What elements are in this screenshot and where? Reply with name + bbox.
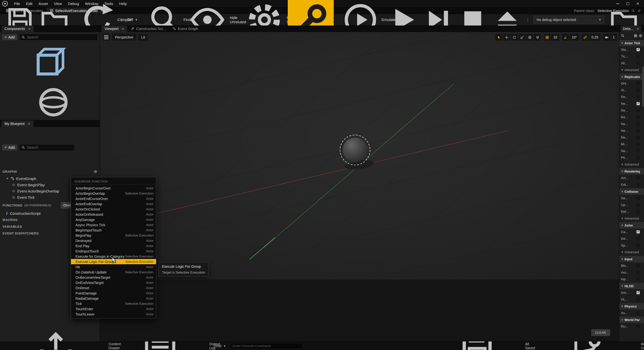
close-tab-icon[interactable]: ✕ — [28, 122, 30, 126]
property-checkbox[interactable] — [636, 115, 640, 119]
tab-my-blueprint[interactable]: My Blueprint ✕ — [2, 120, 34, 127]
search-icon[interactable] — [621, 34, 624, 38]
diff-button[interactable]: Diff ▼ — [125, 16, 140, 24]
details-settings-gear-icon[interactable] — [639, 34, 642, 38]
override-menu-item[interactable]: ActorBeginCursorOver Actor — [71, 186, 156, 191]
viewport-options-hamburger-icon[interactable] — [102, 34, 110, 41]
view-mode-lit-dropdown[interactable]: Lit — [138, 34, 148, 41]
details-row[interactable]: ▼ Incl... — [619, 289, 644, 296]
scale-snap-value[interactable]: 0.25 — [589, 34, 600, 41]
property-checkbox[interactable] — [636, 237, 640, 240]
compile-options-icon[interactable]: ⋮ — [118, 16, 124, 24]
override-menu-item[interactable]: On Datahub Update Selective Execution — [71, 270, 156, 275]
details-row[interactable]: ▼ Input — [619, 256, 644, 262]
property-checkbox[interactable] — [636, 196, 640, 200]
override-menu-item[interactable]: End Play Actor — [71, 243, 156, 248]
details-row[interactable]: ▼ Ca... — [619, 228, 644, 235]
details-row[interactable]: ▼ Re... — [619, 94, 644, 100]
details-row[interactable]: ▼ Ph... — [619, 154, 644, 161]
override-menu-item[interactable]: ActorEndCursorOver Actor — [71, 196, 156, 201]
sphere-actor[interactable] — [343, 138, 367, 162]
property-checkbox[interactable] — [636, 203, 640, 207]
details-row[interactable]: ▼ All... — [619, 60, 644, 66]
component-row-defaultsceneroot[interactable]: DefaultSceneRoot Edit in Blueprint — [0, 82, 100, 122]
details-row[interactable]: ▼ Sp... — [619, 242, 644, 249]
clear-button[interactable]: CLEAR — [591, 329, 610, 336]
select-tool-icon[interactable] — [495, 34, 502, 41]
property-checkbox[interactable] — [636, 264, 640, 268]
details-row[interactable]: ▼ Collision — [619, 188, 644, 195]
property-checkbox[interactable] — [636, 122, 640, 126]
details-row[interactable]: ▼ Ne... — [619, 107, 644, 114]
override-menu-item[interactable]: Destroyed Actor — [71, 238, 156, 243]
property-checkbox[interactable] — [636, 149, 640, 153]
chevron-down-icon[interactable]: ▼ — [6, 177, 9, 180]
property-checkbox[interactable] — [636, 298, 640, 301]
add-graph-icon[interactable]: ⊕ — [94, 170, 97, 174]
world-coordinate-icon[interactable] — [526, 34, 533, 41]
close-tab-icon[interactable]: ✕ — [636, 27, 639, 31]
details-scrollbar[interactable] — [642, 67, 644, 107]
property-checkbox[interactable] — [636, 95, 640, 99]
property-checkbox[interactable] — [636, 230, 640, 234]
property-checkbox[interactable] — [636, 48, 640, 52]
details-row[interactable]: ▼ Onl... — [619, 80, 644, 87]
override-menu-item[interactable]: TouchLeave Actor — [71, 312, 156, 317]
console-command-field[interactable] — [230, 343, 302, 349]
details-row[interactable]: ▼ Ne... — [619, 120, 644, 127]
override-menu-item[interactable]: AnyDamage Actor — [71, 217, 156, 222]
property-checkbox[interactable] — [636, 156, 640, 160]
property-checkbox[interactable] — [636, 183, 640, 186]
property-checkbox[interactable] — [636, 291, 640, 294]
rotate-tool-icon[interactable] — [511, 34, 518, 41]
details-row[interactable]: ▼ Ne... — [619, 100, 644, 107]
details-row[interactable]: ▼ Ne... — [619, 127, 644, 134]
details-row[interactable]: ▼ Up... — [619, 202, 644, 208]
add-component-button[interactable]: + Add — [2, 34, 17, 40]
details-row[interactable]: ▼ Sta... — [619, 46, 644, 53]
property-checkbox[interactable] — [636, 129, 640, 132]
property-checkbox[interactable] — [636, 176, 640, 180]
property-checkbox[interactable] — [636, 108, 640, 112]
perspective-dropdown[interactable]: Perspective — [112, 34, 136, 41]
menubar-item[interactable]: Help — [116, 0, 130, 7]
details-row[interactable]: ▼ Advanced — [619, 249, 644, 256]
close-tab-icon[interactable]: ✕ — [28, 27, 31, 31]
rotation-snap-value[interactable]: 10° — [570, 34, 579, 41]
details-row[interactable]: ▼ Advanced — [619, 66, 644, 73]
details-row[interactable]: ▼ Act... — [619, 174, 644, 181]
override-menu-item[interactable]: ActorBeginOverlap Selective Execution — [71, 191, 156, 196]
override-menu-item[interactable]: Async Physics Tick Actor — [71, 222, 156, 228]
property-checkbox[interactable] — [636, 61, 640, 65]
details-row[interactable]: ▼ Init... — [619, 235, 644, 242]
property-checkbox[interactable] — [636, 142, 640, 146]
details-row[interactable]: ▼ Ru... — [619, 323, 644, 330]
details-row[interactable]: ▼ Def... — [619, 208, 644, 215]
details-row[interactable]: ▼ Re... — [619, 114, 644, 120]
override-menu-item[interactable]: EndInputTouch Actor — [71, 248, 156, 254]
components-search[interactable] — [19, 34, 98, 40]
details-row[interactable]: ▼ Mi... — [619, 141, 644, 148]
rotation-snap-icon[interactable] — [562, 34, 569, 41]
details-row[interactable]: ▼ Tic... — [619, 53, 644, 60]
content-drawer-button[interactable]: Content Drawer — [2, 326, 109, 350]
override-menu-item[interactable]: RadialDamage Actor — [71, 296, 156, 301]
debug-object-dropdown[interactable]: No debug object selected ▼ — [533, 16, 604, 24]
camera-speed-value[interactable]: 1 — [610, 34, 617, 41]
cmd-dropdown[interactable]: Cmd ▼ — [211, 343, 228, 349]
details-row[interactable]: ▼ Ge... — [619, 195, 644, 202]
tab-components[interactable]: Components ✕ — [2, 26, 34, 32]
override-menu-item[interactable]: ActorOnReleased Actor — [71, 212, 156, 217]
my-blueprint-search-input[interactable] — [27, 146, 72, 150]
viewport-scene[interactable]: Perspective Lit 10 10° — [100, 32, 619, 280]
details-row[interactable]: ▼ Actor Tick — [619, 40, 644, 46]
details-row[interactable]: ▼ Inp... — [619, 276, 644, 282]
property-checkbox[interactable] — [636, 102, 640, 106]
tab-details[interactable]: Deta... ✕ — [621, 26, 641, 32]
component-row-self[interactable]: SelectiveExecution_Child (Self) — [0, 42, 100, 82]
property-matrix-icon[interactable] — [634, 34, 637, 38]
property-checkbox[interactable] — [636, 277, 640, 281]
grid-snap-icon[interactable] — [544, 34, 550, 41]
tab-construction-script[interactable]: Construction Scr... — [128, 26, 169, 32]
details-row[interactable]: ▼ Al... — [619, 87, 644, 94]
